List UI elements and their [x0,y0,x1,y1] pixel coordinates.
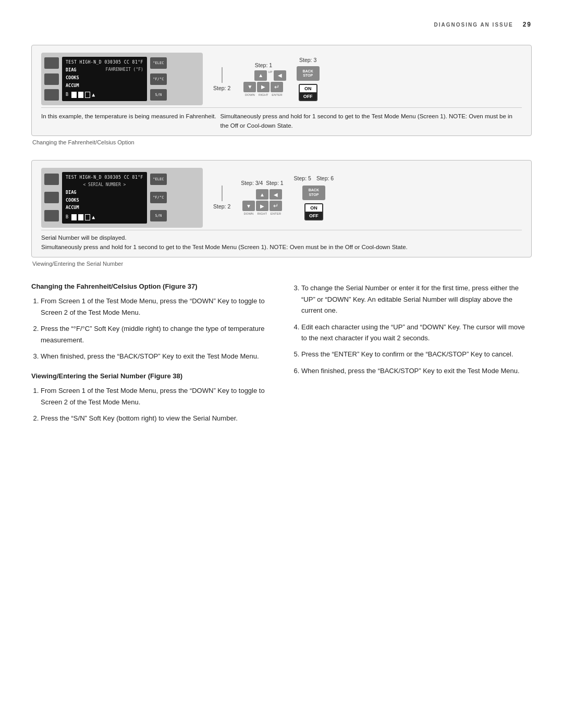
step3-tag-37: Step: 3 [299,57,316,63]
section2-item-2: Press the “S/N” Soft Key (bottom right) … [41,413,271,424]
figure-37-caption: Changing the Fahrenheit/Celsius Option [32,139,532,145]
step34-tag-38: Step: 3/4 [241,180,263,186]
on-off-btn-37[interactable]: ON OFF [299,84,317,101]
page-number: 29 [523,21,532,28]
step56-controls-38: Step: 5 Step: 6 BACK STOP ON OFF [294,175,334,220]
accum-label-38: ACCUM [66,204,79,211]
soft-key-left-1[interactable] [44,57,59,69]
step2-area-37: Step: 2 [213,67,230,91]
down-btn-38[interactable]: ▼ [242,201,255,211]
right-label-37: RIGHT [257,93,270,96]
seg-3-38 [85,214,90,220]
section2-item-1: From Screen 1 of the Test Mode Menu, pre… [41,385,271,408]
bottom-b-38: B [66,214,68,220]
fig38-desc-left: Serial Number will be displayed. [41,235,145,241]
accum-label-37: ACCUM [66,82,79,89]
seg-3-37 [85,92,90,98]
step34-nav-38: Step: 3/4 Step: 1 ▲ ◀ ▼ ▶ ↵ DOWN RIGHT E… [241,180,283,215]
right-label-38: RIGHT [256,212,268,215]
soft-key-left-38-2[interactable] [44,192,59,203]
soft-key-fc-37[interactable]: °F/°C [150,73,167,85]
seg-2-37 [78,92,83,98]
enter-label-38: ENTER [270,212,282,215]
soft-key-left-38-1[interactable] [44,174,59,185]
left-col: Changing the Fahrenheit/Celsius Option (… [31,282,271,429]
soft-key-elec-38[interactable]: °ELEC [150,174,167,185]
section3-list: To change the Serial Number or enter it … [292,282,532,376]
step3-controls-37: Step: 3 BACK STOP ON OFF [297,57,320,101]
diag-label-38: DIAG [66,189,76,196]
back-stop-btn-37[interactable]: BACK STOP [297,66,320,81]
step1-tag-37: Step: 1 [255,62,272,68]
section3-item-6: When finished, press the “BACK/STOP” Key… [301,365,532,376]
display-screen-37: TEST HIGH-N_D 030305 CC 81°F DIAG FAHREN… [62,57,147,101]
section3-item-5: Press the “ENTER” Key to confirm or the … [301,349,532,360]
section1-item-1: From Screen 1 of the Test Mode Menu, pre… [41,295,271,318]
enter-btn-37[interactable]: ↵ [271,82,283,92]
left-btn-38[interactable]: ◀ [270,189,282,200]
fig37-step-col: Simultaneously press and hold for 1 seco… [221,112,522,130]
soft-key-sn-38[interactable]: S/N [150,210,167,221]
screen-subtitle-38: < SERIAL NUMBER > [66,182,143,188]
oven-panel-37: TEST HIGH-N_D 030305 CC 81°F DIAG FAHREN… [41,53,203,105]
seg-1-38 [71,214,77,220]
step5-tag-38: Step: 5 [294,175,311,181]
soft-key-sn-37[interactable]: S/N [150,89,167,101]
enter-btn-38[interactable]: ↵ [270,201,282,211]
cooks-label-37: COOKS [66,75,79,81]
up-btn-37[interactable]: ▲ [254,70,267,81]
right-btn-38[interactable]: ▶ [256,201,268,211]
soft-key-left-2[interactable] [44,73,59,85]
bottom-b-37: B [66,91,68,98]
seg-2-38 [78,214,83,220]
step2-tag-38: Step: 2 [213,203,230,209]
enter-label-37: ENTER [271,93,283,96]
fahrenheit-label-37: FAHRENHEIT (°F) [106,67,143,73]
screen-title-38: TEST HIGH-N_D 030305 CC 81°F [66,175,143,181]
content-section: Changing the Fahrenheit/Celsius Option (… [31,282,532,429]
fig37-desc-left: In this example, the temperature is bein… [41,112,216,121]
right-col: To change the Serial Number or enter it … [292,282,532,429]
figure-38-box: TEST HIGH-N_D 030305 CC 81°F < SERIAL NU… [31,160,532,258]
section1-item-3: When finished, press the “BACK/STOP” Key… [41,351,271,362]
page-header: DIAGNOSING AN ISSUE 29 [31,21,532,28]
step6-tag-38: Step: 6 [316,175,334,181]
soft-key-left-38-3[interactable] [44,210,59,221]
diag-label-37: DIAG [66,67,76,73]
back-stop-btn-38[interactable]: BACK STOP [302,186,325,200]
up-btn-38[interactable]: ▲ [256,189,268,200]
cursor-37: ▲ [92,91,95,98]
right-btn-37[interactable]: ▶ [257,82,270,92]
cursor-38: ▲ [92,213,95,221]
section1-item-2: Press the “°F/°C” Soft Key (middle right… [41,323,271,346]
down-btn-37[interactable]: ▼ [243,82,256,92]
left-btn-37[interactable]: ◀ [274,70,286,81]
cooks-label-38: COOKS [66,197,79,204]
oven-panel-38: TEST HIGH-N_D 030305 CC 81°F < SERIAL NU… [41,168,203,228]
figure-37-box: TEST HIGH-N_D 030305 CC 81°F DIAG FAHREN… [31,45,532,136]
soft-key-left-3[interactable] [44,89,59,101]
step2-tag-37: Step: 2 [213,85,230,91]
seg-1-37 [71,92,77,98]
section3-item-3: To change the Serial Number or enter it … [301,282,532,316]
figure-38-caption: Viewing/Entering the Serial Number [32,261,532,267]
soft-key-fc-38[interactable]: °F/°C [150,192,167,203]
step1-tag-38: Step: 1 [266,180,283,186]
section1-list: From Screen 1 of the Test Mode Menu, pre… [31,295,271,362]
section2-list: From Screen 1 of the Test Mode Menu, pre… [31,385,271,424]
step1-nav-37: Step: 1 ▲UP ◀ ▼ ▶ ↵ DOWN RIGHT ENTER [241,62,286,96]
screen-title-37: TEST HIGH-N_D 030305 CC 81°F [66,59,143,66]
section2-heading: Viewing/Entering the Serial Number (Figu… [31,372,271,380]
diagnosing-header-text: DIAGNOSING AN ISSUE [434,22,513,28]
display-screen-38: TEST HIGH-N_D 030305 CC 81°F < SERIAL NU… [62,172,147,224]
soft-key-elec-37[interactable]: °ELEC [150,57,167,69]
nav-transparent-38 [242,189,255,200]
step2-area-38: Step: 2 [213,186,230,209]
section1-heading: Changing the Fahrenheit/Celsius Option (… [31,282,271,290]
fig38-step1-desc: Simultaneously press and hold for 1 seco… [41,243,408,252]
nav-btn-transparent-37 [241,70,253,81]
on-off-btn-38[interactable]: ON OFF [304,203,323,220]
down-label-37: DOWN [243,93,256,96]
down-label-38: DOWN [242,212,255,215]
section3-item-4: Edit each character using the “UP” and “… [301,322,532,344]
